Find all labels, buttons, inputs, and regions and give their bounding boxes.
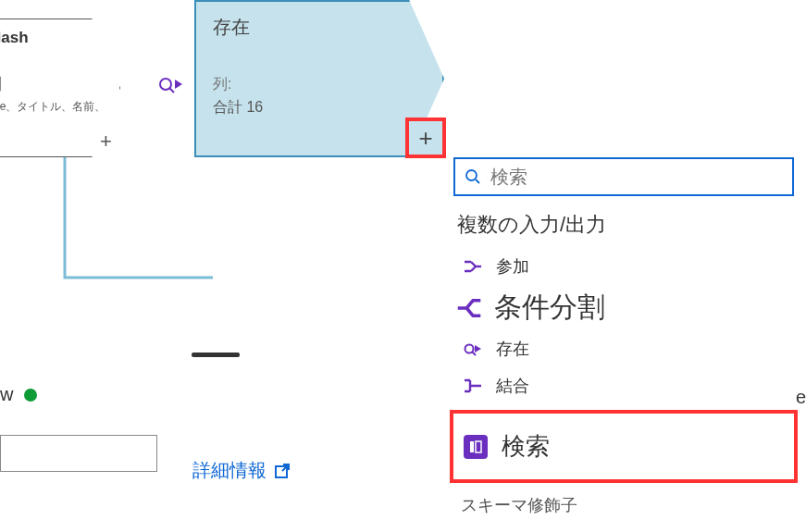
node-source-columns: ) 列 — [0, 73, 108, 95]
search-input[interactable] — [490, 167, 783, 188]
menu-item-join-label: 参加 — [496, 255, 529, 278]
node-exists-total: 合計 16 — [213, 98, 426, 118]
search-icon — [465, 168, 481, 185]
menu-item-conditional-split[interactable]: 条件分割 — [453, 285, 794, 330]
dataflow-canvas: erHash ) 列 eStyle、タイトル、名前、 + 存在 列: 合計 16… — [0, 0, 806, 532]
conditional-split-icon — [455, 294, 483, 322]
menu-item-split-label: 条件分割 — [494, 289, 605, 327]
menu-item-join[interactable]: 参加 — [453, 248, 794, 285]
node-exists-add-button[interactable]: + — [405, 118, 446, 158]
menu-item-exists-label: 存在 — [496, 338, 529, 360]
section-title-schema-modifier: スキーマ修飾子 — [461, 494, 794, 516]
node-exists-title: 存在 — [213, 15, 426, 40]
search-box[interactable] — [453, 157, 794, 196]
svg-point-4 — [466, 170, 477, 180]
union-icon — [463, 376, 483, 396]
external-link-icon — [274, 463, 291, 479]
node-exists-columns-label: 列: — [213, 75, 426, 94]
lookup-icon — [463, 434, 489, 460]
transform-picker-panel: 複数の入力/出力 参加 条件分割 — [453, 157, 794, 516]
join-icon — [463, 256, 483, 277]
menu-item-union-label: 結合 — [496, 375, 529, 397]
svg-rect-8 — [470, 441, 474, 452]
panel-resize-handle[interactable] — [192, 353, 240, 357]
status-success-icon — [24, 389, 37, 402]
details-link-label: 詳細情報 — [192, 458, 267, 483]
side-panel-fragment: e — [796, 387, 806, 408]
menu-item-exists[interactable]: 存在 — [453, 330, 794, 367]
node-source-columns-list: eStyle、タイトル、名前、 — [0, 99, 108, 115]
menu-item-union[interactable]: 結合 — [453, 367, 794, 404]
node-source-title: erHash — [0, 29, 108, 47]
svg-rect-9 — [476, 441, 481, 452]
section-title-multi-io: 複数の入力/出力 — [457, 211, 794, 239]
exists-transform-icon — [153, 65, 192, 104]
exists-icon — [463, 339, 483, 359]
svg-line-1 — [169, 88, 174, 93]
dropdown-select[interactable] — [0, 435, 157, 472]
menu-item-lookup-label: 検索 — [502, 430, 550, 463]
menu-item-lookup[interactable]: 検索 — [450, 410, 798, 483]
plus-icon: + — [418, 124, 432, 153]
preview-label-fragment: w — [0, 384, 13, 405]
node-source-add-button[interactable]: + — [100, 130, 112, 154]
svg-line-5 — [476, 179, 479, 183]
details-link[interactable]: 詳細情報 — [192, 458, 291, 483]
